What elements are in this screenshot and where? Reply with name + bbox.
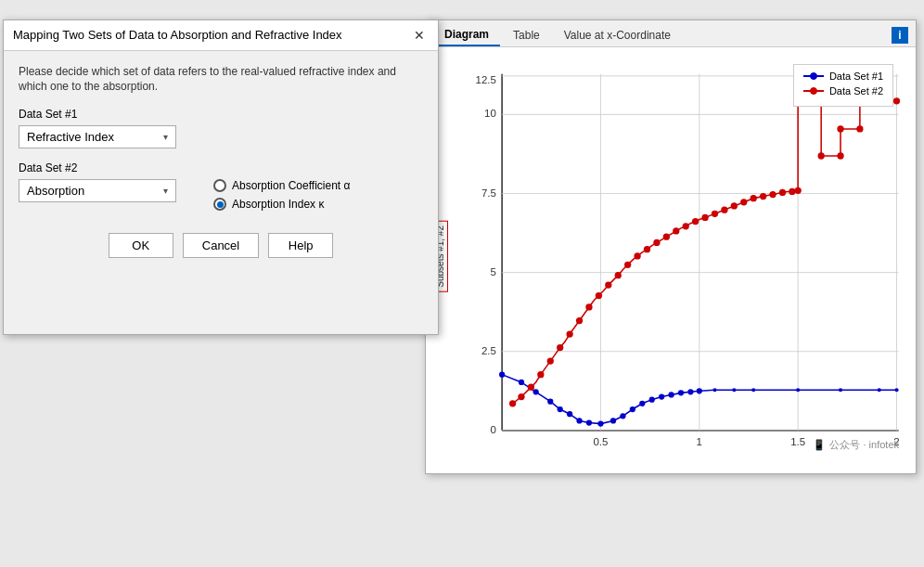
svg-point-23 bbox=[519, 379, 524, 384]
chart-tabs: Diagram Table Value at x-Coordinate i bbox=[426, 20, 916, 47]
radio-absorption-coeff[interactable] bbox=[213, 179, 226, 192]
svg-point-33 bbox=[630, 406, 635, 411]
svg-point-77 bbox=[789, 187, 795, 194]
svg-point-81 bbox=[818, 152, 825, 159]
svg-point-67 bbox=[692, 217, 699, 224]
svg-point-66 bbox=[683, 223, 689, 229]
svg-point-52 bbox=[547, 357, 554, 364]
svg-point-59 bbox=[615, 272, 622, 278]
dialog-titlebar: Mapping Two Sets of Data to Absorption a… bbox=[4, 20, 438, 51]
dataset1-group: Data Set #1 Refractive Index ▾ bbox=[19, 108, 423, 148]
svg-point-25 bbox=[547, 398, 553, 404]
svg-point-73 bbox=[751, 195, 757, 201]
svg-point-39 bbox=[687, 389, 693, 394]
svg-point-22 bbox=[499, 371, 505, 377]
svg-point-27 bbox=[567, 411, 572, 417]
svg-text:5: 5 bbox=[490, 265, 495, 277]
svg-text:12.5: 12.5 bbox=[476, 74, 496, 85]
svg-point-70 bbox=[721, 206, 727, 213]
dialog-buttons: OK Cancel Help bbox=[19, 224, 423, 271]
legend-item-1: Data Set #1 bbox=[803, 71, 883, 82]
svg-point-83 bbox=[837, 125, 843, 132]
svg-point-51 bbox=[537, 371, 544, 378]
info-button[interactable]: i bbox=[892, 27, 908, 44]
svg-text:2.5: 2.5 bbox=[481, 344, 496, 355]
dialog-description: Please decide which set of data refers t… bbox=[19, 64, 423, 96]
watermark: 📱 公众号 · infotek bbox=[813, 438, 899, 452]
tab-value[interactable]: Value at x-Coordinate bbox=[553, 25, 682, 45]
svg-point-37 bbox=[668, 392, 674, 397]
svg-point-43 bbox=[751, 388, 755, 392]
legend-label-2: Data Set #2 bbox=[829, 85, 883, 97]
dataset2-arrow-icon: ▾ bbox=[163, 186, 168, 196]
radio-row-2: Absorption Index κ bbox=[213, 198, 350, 211]
svg-point-41 bbox=[712, 388, 716, 392]
svg-text:0.5: 0.5 bbox=[593, 436, 608, 447]
svg-text:1: 1 bbox=[697, 436, 702, 447]
svg-point-53 bbox=[557, 343, 563, 350]
svg-point-71 bbox=[731, 202, 738, 209]
dialog: Mapping Two Sets of Data to Absorption a… bbox=[3, 19, 439, 335]
svg-point-35 bbox=[649, 396, 655, 402]
svg-text:0: 0 bbox=[490, 423, 495, 434]
chart-legend: Data Set #1 Data Set #2 bbox=[793, 64, 893, 107]
svg-point-29 bbox=[586, 419, 592, 425]
tab-table[interactable]: Table bbox=[502, 25, 551, 45]
svg-point-75 bbox=[769, 190, 776, 197]
svg-point-56 bbox=[585, 303, 592, 310]
help-button[interactable]: Help bbox=[268, 233, 333, 258]
dataset1-label: Data Set #1 bbox=[19, 108, 423, 121]
svg-point-28 bbox=[576, 418, 582, 423]
svg-point-74 bbox=[760, 192, 766, 199]
chart-panel: Diagram Table Value at x-Coordinate i Su… bbox=[425, 19, 917, 474]
legend-item-2: Data Set #2 bbox=[803, 85, 883, 97]
svg-point-57 bbox=[596, 291, 602, 298]
svg-point-82 bbox=[837, 152, 843, 159]
dialog-title: Mapping Two Sets of Data to Absorption a… bbox=[13, 28, 342, 42]
dataset2-label: Data Set #2 bbox=[19, 161, 423, 174]
dataset1-arrow-icon: ▾ bbox=[163, 132, 168, 142]
dataset2-group: Data Set #2 Absorption ▾ Absorption Coef… bbox=[19, 161, 423, 211]
svg-point-50 bbox=[528, 383, 534, 390]
radio-label-1: Absorption Coefficient α bbox=[232, 179, 350, 192]
svg-point-64 bbox=[663, 233, 670, 239]
svg-point-48 bbox=[509, 400, 516, 406]
svg-point-24 bbox=[533, 389, 538, 394]
radio-absorption-index[interactable] bbox=[213, 198, 226, 211]
main-container: Mapping Two Sets of Data to Absorption a… bbox=[3, 19, 921, 548]
svg-point-32 bbox=[620, 413, 625, 419]
legend-label-1: Data Set #1 bbox=[829, 71, 883, 82]
dataset2-row: Absorption ▾ Absorption Coefficient α bbox=[19, 179, 423, 211]
cancel-button[interactable]: Cancel bbox=[183, 233, 259, 258]
svg-point-54 bbox=[566, 330, 572, 337]
svg-point-40 bbox=[697, 388, 702, 393]
svg-point-36 bbox=[659, 393, 664, 399]
close-button[interactable]: ✕ bbox=[410, 28, 429, 43]
svg-point-38 bbox=[678, 390, 684, 395]
svg-text:10: 10 bbox=[484, 108, 496, 119]
tab-diagram[interactable]: Diagram bbox=[433, 24, 500, 46]
dataset2-select[interactable]: Absorption ▾ bbox=[19, 179, 176, 202]
svg-point-76 bbox=[779, 188, 786, 195]
svg-point-60 bbox=[624, 261, 631, 267]
chart-svg: 0 2.5 5 7.5 10 12.5 0.5 1 1.5 2 bbox=[454, 55, 908, 459]
svg-point-42 bbox=[732, 388, 736, 392]
radio-row-1: Absorption Coefficient α bbox=[213, 179, 350, 192]
radio-group: Absorption Coefficient α Absorption Inde… bbox=[213, 179, 350, 211]
svg-point-26 bbox=[558, 406, 563, 411]
svg-point-78 bbox=[795, 187, 802, 193]
svg-point-34 bbox=[639, 400, 645, 406]
svg-point-49 bbox=[518, 393, 524, 399]
watermark-icon: 📱 bbox=[813, 439, 826, 451]
svg-point-72 bbox=[740, 199, 747, 205]
svg-point-30 bbox=[597, 420, 603, 426]
ok-button[interactable]: OK bbox=[109, 233, 173, 258]
radio-inner-selected bbox=[217, 201, 224, 208]
radio-label-2: Absorption Index κ bbox=[232, 198, 324, 211]
svg-point-46 bbox=[878, 388, 881, 392]
chart-area: Subsets #1, #2 Data Set #1 bbox=[426, 47, 916, 467]
svg-point-44 bbox=[796, 388, 800, 392]
svg-point-31 bbox=[610, 418, 616, 423]
svg-point-65 bbox=[673, 227, 679, 234]
dataset1-select[interactable]: Refractive Index ▾ bbox=[19, 125, 176, 148]
